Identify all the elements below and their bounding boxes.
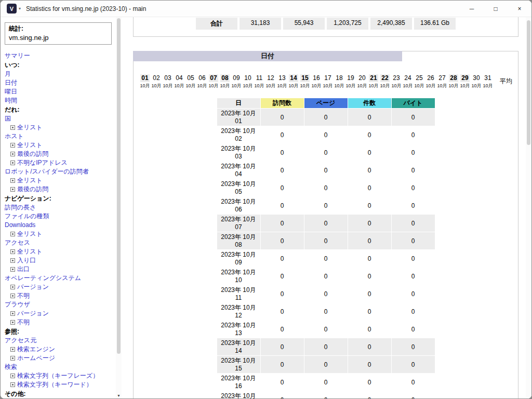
column-header: 件数 [348,98,391,108]
sidebar-item[interactable]: ファイルの種類 [5,212,116,221]
list-bullet-icon [10,356,15,361]
sidebar-section-header: ナビゲーション: [5,194,116,203]
sidebar-item[interactable]: 曜日 [5,87,116,96]
value-cell: 0 [261,268,304,285]
sidebar-item[interactable]: バージョン [5,309,116,318]
sidebar-item[interactable]: 最後の訪問 [5,185,116,194]
sidebar-item-label: 不明 [17,318,30,327]
sidebar-item[interactable]: アクセス [5,238,116,247]
table-row: 2023年 10月110000 [217,285,435,302]
day-number: 18 [335,74,343,82]
day-number: 21 [369,74,378,82]
window-controls: ─ □ × [460,1,531,17]
sidebar-item[interactable]: 日付 [5,78,116,87]
sidebar-item[interactable]: 月 [5,70,116,78]
value-cell: 0 [348,321,391,338]
value-cell: 0 [348,126,391,143]
sidebar-item[interactable]: 検索エンジン [5,345,116,354]
day-cell: 0210月 [151,73,162,89]
value-cell: 0 [261,126,304,143]
scroll-down-arrow-icon[interactable]: ▼ [116,394,122,397]
value-cell: 0 [304,338,348,355]
value-cell: 0 [304,144,348,161]
day-month-label: 10月 [379,83,391,89]
sidebar-item[interactable]: ロボット/スパイダーの訪問者 [5,167,116,176]
day-cell: 1010月 [242,73,254,89]
day-cell: 1910月 [345,73,356,89]
value-cell: 0 [261,215,304,232]
day-number: 17 [323,74,332,82]
sidebar-item[interactable]: 全リスト [5,176,116,185]
value-cell: 0 [348,338,391,355]
main-scrollbar-thumb[interactable] [527,20,530,145]
day-cell: 0610月 [196,73,208,89]
sidebar-item[interactable]: ブラウザ [5,300,116,309]
sidebar-item-label: 最後の訪問 [17,185,48,194]
sidebar-section-header: 参照: [5,327,116,336]
sidebar-item-label: ホームページ [17,354,55,363]
app-logo-icon[interactable]: V [7,4,17,14]
value-cell: 0 [261,144,304,161]
sidebar-item[interactable]: 訪問の長さ [5,203,116,212]
day-month-label: 10月 [139,83,151,89]
sidebar-item[interactable]: 入り口 [5,256,116,265]
table-row: 2023年 10月060000 [217,197,435,214]
sidebar-item[interactable]: アクセス元 [5,336,116,345]
site-name: vm.sing.ne.jp [9,34,108,42]
sidebar-item[interactable]: 全リスト [5,141,116,150]
sidebar-item[interactable]: Downloads [5,221,116,230]
value-cell: 0 [348,391,391,398]
sidebar-item[interactable]: 検索文字列（キーワード） [5,380,116,389]
day-number: 01 [140,74,149,82]
day-cell: 0710月 [208,73,219,89]
maximize-button[interactable]: □ [484,1,508,17]
sidebar-item[interactable]: 全リスト [5,123,116,132]
list-bullet-icon [10,258,15,263]
sidebar-item[interactable]: 最後の訪問 [5,150,116,158]
value-cell: 0 [392,374,435,391]
value-cell: 0 [261,321,304,338]
value-cell: 0 [304,285,348,302]
sidebar-item[interactable]: 不明なIPアドレス [5,158,116,167]
totals-value-cell: 136.61 Gb [414,18,456,30]
column-header: 訪問数 [261,98,304,108]
sidebar-item[interactable]: バージョン [5,283,116,291]
sidebar-item[interactable]: 全リスト [5,247,116,256]
sidebar-item[interactable]: オペレーティングシステム [5,274,116,283]
sidebar-scrollbar[interactable]: ▼ [116,17,122,398]
titlebar-menu-chevron-icon[interactable]: ▾ [19,6,21,11]
main-scrollbar[interactable] [526,17,531,398]
table-row: 2023年 10月080000 [217,232,435,249]
sidebar-item[interactable]: 不明 [5,318,116,327]
sidebar-item[interactable]: 不明 [5,291,116,300]
sidebar-item[interactable]: 全リスト [5,230,116,238]
day-cell: 1810月 [334,73,345,89]
value-cell: 0 [348,250,391,267]
sidebar-item-label: 検索文字列（キーフレーズ） [17,371,99,380]
list-bullet-icon [10,294,15,298]
titlebar-left: V ▾ Statistics for vm.sing.ne.jp (2023-1… [1,4,460,14]
minimize-button[interactable]: ─ [460,1,484,17]
sidebar-item[interactable]: ホスト [5,132,116,141]
date-cell: 2023年 10月02 [217,126,260,143]
day-month-label: 10月 [208,83,219,89]
sidebar-item[interactable]: サマリー [5,51,116,60]
close-button[interactable]: × [508,1,531,17]
list-bullet-icon [10,311,15,316]
sidebar-item-label: 全リスト [17,123,43,132]
sidebar-item[interactable]: 時間 [5,96,116,105]
day-number: 11 [255,74,263,82]
sidebar-item[interactable]: ホームページ [5,354,116,363]
main-content: 合計31,18355,9431,203,7252,490,385136.61 G… [122,17,526,398]
value-cell: 0 [261,374,304,391]
value-cell: 0 [304,109,348,126]
sidebar-scrollbar-thumb[interactable] [117,18,121,354]
sidebar-item[interactable]: 国 [5,114,116,123]
date-cell: 2023年 10月12 [217,303,260,320]
sidebar-item[interactable]: 出口 [5,265,116,274]
value-cell: 0 [392,162,435,179]
day-cell: 0810月 [219,73,231,89]
sidebar-item[interactable]: 検索文字列（キーフレーズ） [5,371,116,380]
sidebar-item-label: 検索文字列（キーワード） [17,380,92,389]
sidebar-item[interactable]: 検索 [5,363,116,371]
